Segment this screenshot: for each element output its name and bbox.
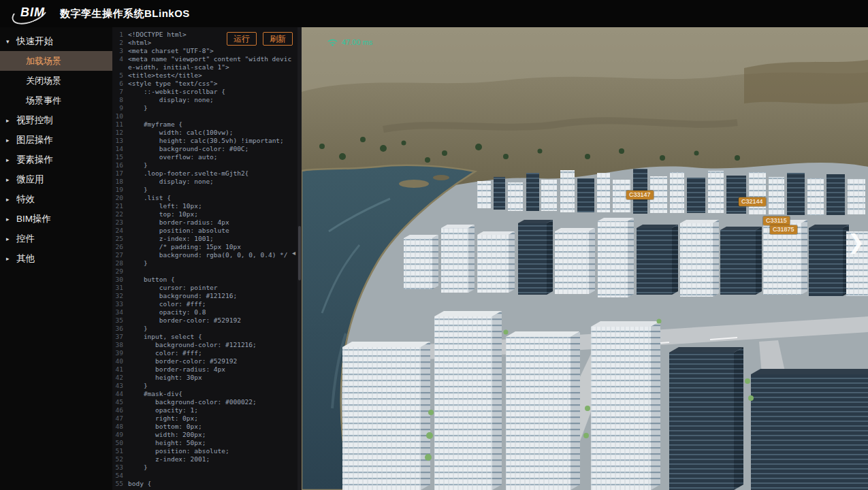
code-text: overflow: auto; bbox=[128, 153, 293, 161]
sidebar-item-element-ops[interactable]: ▸ 要素操作 bbox=[0, 150, 112, 169]
sidebar-item-other[interactable]: ▸ 其他 bbox=[0, 248, 112, 268]
line-number bbox=[115, 218, 128, 227]
line-number bbox=[115, 447, 128, 455]
sidebar-item-controls[interactable]: ▸ 控件 bbox=[0, 229, 112, 248]
line-number bbox=[115, 455, 128, 463]
code-text: } bbox=[128, 259, 293, 267]
line-number bbox=[115, 137, 128, 145]
building-tag[interactable]: C33115 bbox=[763, 216, 790, 225]
line-number bbox=[115, 153, 128, 161]
code-text: left: 10px; bbox=[128, 202, 293, 210]
line-number bbox=[115, 186, 128, 194]
chevron-right-icon: ▸ bbox=[6, 255, 16, 262]
sidebar-item-effects[interactable]: ▸ 特效 bbox=[0, 189, 112, 209]
sidebar-item-quick-start[interactable]: ▾ 快速开始 bbox=[0, 31, 112, 51]
code-text: <meta charset "UTF-8"> bbox=[128, 47, 293, 55]
code-text bbox=[128, 267, 293, 276]
sidebar-item-label: 视野控制 bbox=[16, 114, 53, 127]
code-text: background-color: #000022; bbox=[128, 398, 293, 406]
code-line: position: absolute bbox=[115, 227, 293, 235]
editor-toolbar: 运行 刷新 bbox=[227, 32, 293, 46]
code-line bbox=[115, 112, 293, 120]
line-number bbox=[115, 47, 128, 55]
code-line: background-color: #121216; bbox=[115, 341, 293, 349]
code-text: body { bbox=[128, 480, 293, 488]
line-number bbox=[115, 374, 128, 382]
sidebar-item-label: 图层操作 bbox=[16, 134, 53, 146]
line-number bbox=[115, 284, 128, 292]
code-line: height: 30px bbox=[115, 374, 293, 382]
line-number bbox=[115, 341, 128, 349]
sidebar-item-bim-ops[interactable]: ▸ BIM操作 bbox=[0, 209, 112, 229]
sidebar-subitem-load-scene[interactable]: 加载场景 bbox=[0, 51, 112, 71]
code-text: opacity: 0.8 bbox=[128, 308, 293, 316]
sidebar-item-layer-ops[interactable]: ▸ 图层操作 bbox=[0, 130, 112, 150]
3d-viewport[interactable]: 47.00 ms C33147 C32144 C33115 C31875 ❯ bbox=[302, 27, 868, 490]
code-text: height: 50px; bbox=[128, 439, 293, 447]
line-number bbox=[115, 463, 128, 472]
line-number bbox=[115, 104, 128, 112]
code-line: background: rgba(0, 0, 0, 0.4) */ bbox=[115, 251, 293, 259]
line-number bbox=[115, 145, 128, 153]
code-text: display: none; bbox=[128, 96, 293, 104]
code-text: right: 0px; bbox=[128, 414, 293, 423]
line-number bbox=[115, 120, 128, 129]
sidebar-item-label: 要素操作 bbox=[16, 154, 53, 166]
code-text: } bbox=[128, 186, 293, 194]
code-line: border-color: #529192 bbox=[115, 316, 293, 325]
code-line: width: 200px; bbox=[115, 431, 293, 439]
code-line: } bbox=[115, 325, 293, 333]
chevron-right-icon: ▸ bbox=[6, 196, 16, 203]
code-line: color: #fff; bbox=[115, 349, 293, 357]
line-number bbox=[115, 194, 128, 202]
code-line: right: 0px; bbox=[115, 414, 293, 423]
code-line: .loop-footer.svelte-mGjth2{ bbox=[115, 169, 293, 178]
line-number bbox=[115, 259, 128, 267]
code-text: opacity: 1; bbox=[128, 406, 293, 414]
code-line bbox=[115, 472, 293, 480]
logo-text: BIM bbox=[20, 5, 45, 20]
code-text: display: none; bbox=[128, 178, 293, 186]
sidebar-item-label: 特效 bbox=[16, 193, 35, 206]
building-tag[interactable]: C32144 bbox=[739, 197, 766, 206]
next-arrow-icon[interactable]: ❯ bbox=[848, 230, 865, 254]
code-line: <style type "text/css"> bbox=[115, 80, 293, 88]
scrollbar-thumb[interactable] bbox=[298, 226, 301, 280]
line-number bbox=[115, 414, 128, 423]
building-tag[interactable]: C31875 bbox=[770, 225, 797, 234]
code-line: left: 10px; bbox=[115, 202, 293, 210]
chevron-right-icon: ▸ bbox=[6, 216, 16, 223]
sidebar-item-micro-apps[interactable]: ▸ 微应用 bbox=[0, 169, 112, 189]
building-tag[interactable]: C33147 bbox=[626, 191, 654, 199]
line-number bbox=[115, 39, 128, 47]
code-text: cursor: pointer bbox=[128, 284, 293, 292]
code-line: border-color: #529192 bbox=[115, 357, 293, 365]
code-line: <meta charset "UTF-8"> bbox=[115, 47, 293, 55]
line-number bbox=[115, 251, 128, 259]
sidebar-subitem-close-scene[interactable]: 关闭场景 bbox=[0, 71, 112, 91]
code-line: z-index: 1001; bbox=[115, 235, 293, 243]
code-editor[interactable]: <!DOCTYPE html> <html> <meta charset "UT… bbox=[115, 31, 293, 490]
code-line: display: none; bbox=[115, 178, 293, 186]
code-line: z-index: 2001; bbox=[115, 455, 293, 463]
code-line: top: 10px; bbox=[115, 210, 293, 218]
code-text: height: calc(30.5vh) !important; bbox=[128, 137, 293, 145]
code-line: /* padding: 15px 10px bbox=[115, 243, 293, 251]
sidebar: ▾ 快速开始 加载场景 关闭场景 场景事件 ▸ 视野控制 ▸ 图层操作 ▸ 要素… bbox=[0, 27, 112, 490]
line-number bbox=[115, 71, 128, 80]
panel-collapse-icon[interactable]: ◂ bbox=[292, 249, 295, 257]
line-number bbox=[115, 178, 128, 186]
sidebar-subitem-scene-event[interactable]: 场景事件 bbox=[0, 91, 112, 110]
code-text: background: rgba(0, 0, 0, 0.4) */ bbox=[128, 251, 293, 259]
code-text: <style type "text/css"> bbox=[128, 80, 293, 88]
sidebar-item-view-control[interactable]: ▸ 视野控制 bbox=[0, 110, 112, 130]
code-text: position: absolute; bbox=[128, 447, 293, 455]
refresh-button[interactable]: 刷新 bbox=[263, 32, 293, 46]
line-number bbox=[115, 227, 128, 235]
line-number bbox=[115, 210, 128, 218]
line-number bbox=[115, 325, 128, 333]
line-number bbox=[115, 308, 128, 316]
run-button[interactable]: 运行 bbox=[227, 32, 257, 46]
code-text: } bbox=[128, 382, 293, 390]
line-number bbox=[115, 423, 128, 431]
